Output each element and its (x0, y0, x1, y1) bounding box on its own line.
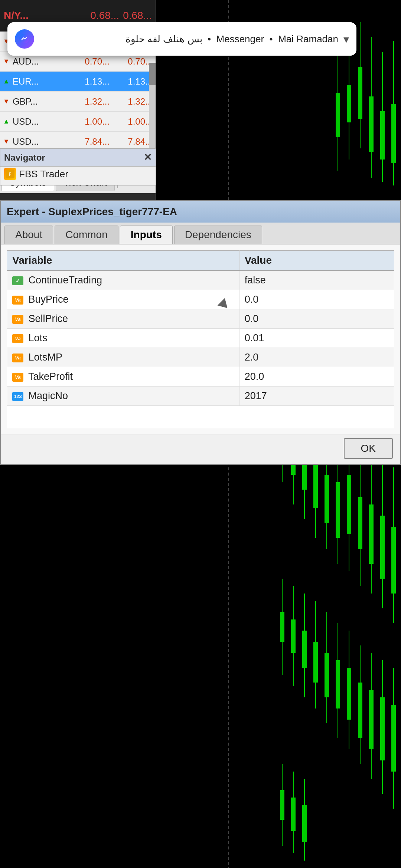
tab-dependencies[interactable]: Dependencies (174, 226, 262, 244)
var-name-continue: ContinueTrading (29, 274, 102, 286)
messenger-expand-icon[interactable]: ▾ (343, 33, 349, 46)
svg-rect-61 (291, 798, 296, 831)
var-icon-lotsmp: Va (12, 354, 23, 362)
var-name-lotsmp: LotsMP (29, 352, 63, 363)
navigator-title: Navigator (4, 152, 45, 163)
svg-rect-13 (391, 104, 396, 163)
svg-rect-9 (369, 96, 374, 152)
tab-common[interactable]: Common (55, 226, 118, 244)
sym-name-usd3: USD... (13, 137, 66, 147)
header-bid: 0.68... (90, 10, 119, 22)
dialog-titlebar: Expert - SuplexPrices_tiger777-EA (1, 201, 400, 223)
sym-bid-eur: 1.13... (69, 76, 110, 87)
svg-rect-39 (291, 619, 296, 653)
col-variable-header: Variable (7, 251, 239, 271)
var-name-takeprofit: TakeProfit (28, 371, 73, 382)
sym-bid-usd2: 1.00... (69, 116, 110, 127)
var-name-lots: Lots (29, 332, 48, 343)
table-row[interactable]: Va TakeProfit 20.0 (7, 367, 394, 387)
sym-ask-aud: 0.70... (112, 56, 153, 67)
sym-ask-gbp: 1.32... (112, 96, 153, 107)
svg-rect-57 (391, 705, 396, 772)
svg-rect-31 (369, 504, 374, 564)
bool-icon: ✓ (12, 276, 23, 285)
var-name-magicno: MagicNo (29, 390, 68, 401)
messenger-message: بس هنلف لفه حلوة (125, 33, 202, 45)
svg-rect-63 (302, 805, 307, 842)
symbol-row-gbp[interactable]: ▼ GBP... 1.32... 1.32... (0, 92, 156, 112)
svg-rect-47 (336, 660, 340, 708)
var-cell-takeprofit: Va TakeProfit (7, 367, 239, 387)
val-cell-magicno[interactable]: 2017 (239, 387, 394, 406)
sym-bid-gbp: 1.32... (69, 96, 110, 107)
val-cell-lotsmp[interactable]: 2.0 (239, 348, 394, 367)
table-row[interactable]: Va LotsMP 2.0 (7, 348, 394, 367)
svg-rect-33 (380, 516, 385, 579)
navigator-header: Navigator ✕ (0, 149, 156, 167)
var-icon-lots: Va (12, 334, 23, 343)
val-cell-takeprofit[interactable]: 20.0 (239, 367, 394, 387)
navigator-close-button[interactable]: ✕ (144, 152, 152, 163)
sym-bid-aud: 0.70... (69, 56, 110, 67)
val-cell-sellprice[interactable]: 0.0 (239, 309, 394, 329)
val-cell-lots[interactable]: 0.01 (239, 329, 394, 348)
sym-name-eur: EUR... (13, 76, 66, 87)
messenger-logo-icon (15, 29, 34, 49)
expert-dialog: Expert - SuplexPrices_tiger777-EA About … (0, 200, 401, 465)
ok-button[interactable]: OK (344, 438, 393, 459)
svg-rect-43 (313, 642, 318, 683)
navigator-item-label: FBS Trader (19, 168, 68, 180)
symbol-row-usd2[interactable]: ▲ USD... 1.00... 1.00... (0, 112, 156, 132)
header-symbol: N/Y... (4, 10, 87, 22)
var-name-buyprice: BuyPrice (29, 294, 69, 305)
int-icon-magicno: 123 (12, 392, 23, 401)
table-row[interactable]: 123 MagicNo 2017 (7, 387, 394, 406)
svg-rect-41 (302, 631, 307, 668)
svg-rect-37 (280, 612, 284, 642)
var-name-sellprice: SellPrice (29, 313, 68, 324)
symbol-row-eur[interactable]: ▲ EUR... 1.13... 1.13... (0, 72, 156, 92)
val-cell-continue[interactable]: false (239, 270, 394, 290)
messenger-notification[interactable]: Messenger • Mai Ramadan • بس هنلف لفه حل… (7, 22, 356, 56)
navigator-panel: Navigator ✕ F FBS Trader (0, 148, 156, 185)
arrow-up-icon: ▲ (3, 118, 10, 125)
table-row[interactable]: Va BuyPrice 0.0 (7, 290, 394, 309)
col-value-header: Value (239, 251, 394, 271)
svg-rect-49 (347, 668, 351, 720)
arrow-up-icon: ▲ (3, 78, 10, 85)
var-cell-continue: ✓ ContinueTrading (7, 270, 239, 290)
svg-rect-21 (313, 464, 318, 508)
navigator-item-fbs[interactable]: F FBS Trader (0, 167, 156, 181)
var-icon-buy: Va (12, 296, 23, 305)
dialog-title: Expert - SuplexPrices_tiger777-EA (7, 206, 177, 218)
arrow-down-icon: ▼ (3, 98, 10, 105)
tab-inputs[interactable]: Inputs (120, 226, 173, 244)
fbs-trader-icon: F (4, 168, 16, 180)
svg-rect-55 (380, 697, 385, 760)
table-row[interactable]: ✓ ContinueTrading false (7, 270, 394, 290)
dialog-footer: OK (1, 434, 400, 464)
val-cell-buyprice[interactable]: 0.0 (239, 290, 394, 309)
svg-rect-45 (325, 653, 329, 697)
sym-bid-usd3: 7.84... (69, 137, 110, 147)
tab-about[interactable]: About (4, 226, 53, 244)
svg-rect-35 (391, 527, 396, 594)
svg-rect-23 (325, 475, 329, 523)
header-ask: 0.68... (123, 10, 152, 22)
sym-ask-usd3: 7.84... (112, 137, 153, 147)
svg-rect-59 (280, 790, 284, 820)
table-row[interactable]: Va Lots 0.01 (7, 329, 394, 348)
var-icon-takeprofit: Va (12, 373, 23, 382)
var-cell-magicno: 123 MagicNo (7, 387, 239, 406)
scrollbar-thumb[interactable] (149, 63, 156, 85)
svg-rect-27 (347, 475, 351, 534)
sym-name-aud: AUD... (13, 56, 66, 67)
svg-rect-11 (380, 111, 385, 160)
arrow-down-icon: ▼ (3, 138, 10, 145)
dialog-content: Variable Value ✓ ContinueTrading false V… (1, 244, 400, 434)
svg-rect-3 (336, 93, 340, 137)
svg-rect-29 (358, 497, 362, 549)
table-row[interactable]: Va SellPrice 0.0 (7, 309, 394, 329)
var-cell-buyprice: Va BuyPrice (7, 290, 239, 309)
svg-text:F: F (9, 172, 11, 177)
